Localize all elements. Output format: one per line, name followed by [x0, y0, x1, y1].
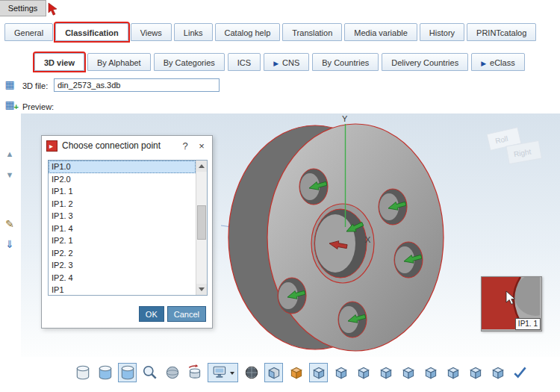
annotation-cursor-icon [48, 2, 59, 16]
tab-eclass[interactable]: ▶eClass [471, 53, 525, 71]
tab-printcatalog[interactable]: PRINTcatalog [467, 23, 536, 41]
list-scrollbar[interactable] [196, 161, 207, 295]
expand-icon: ▶ [273, 60, 279, 67]
list-item[interactable]: IP1. 3 [49, 210, 196, 223]
classification-sub-tab-bar: 3D view By Alphabet By Categories ICS ▶C… [34, 53, 525, 71]
preview-label: Preview: [22, 102, 54, 111]
cylinder-shaded-icon[interactable] [96, 363, 114, 382]
tab-translation[interactable]: Translation [282, 23, 342, 41]
tab-views[interactable]: Views [131, 23, 172, 41]
scroll-down-icon[interactable] [196, 284, 207, 295]
cylinder-solid-icon[interactable] [73, 363, 92, 382]
x-axis-label: X [365, 235, 371, 244]
clip-box-icon[interactable] [264, 363, 283, 382]
tab-by-alphabet[interactable]: By Alphabet [87, 53, 151, 71]
dialog-title: Choose connection point [62, 140, 175, 151]
connection-point-dialog-icon [46, 140, 57, 152]
tab-cns-label: CNS [282, 58, 299, 67]
cube-view-icon-7[interactable] [444, 363, 462, 382]
dialog-title-bar[interactable]: Choose connection point ? × [42, 136, 212, 155]
cancel-button[interactable]: Cancel [167, 306, 206, 322]
cube-view-icon-9[interactable] [488, 363, 507, 382]
list-item[interactable]: IP1. 4 [49, 223, 196, 235]
cube-view-icon-4[interactable] [376, 363, 395, 382]
list-item[interactable]: IP2. 4 [49, 272, 196, 284]
render-mode-dropdown[interactable] [208, 363, 238, 382]
chevron-down-icon [230, 372, 234, 377]
scroll-up-icon[interactable] [196, 161, 207, 172]
tab-history[interactable]: History [420, 23, 464, 41]
cube-view-icon-8[interactable] [466, 363, 485, 382]
zoom-icon[interactable] [140, 363, 159, 382]
tab-ics[interactable]: ICS [228, 53, 261, 71]
mesh-sphere-icon[interactable] [242, 363, 261, 382]
ok-button[interactable]: OK [139, 306, 164, 322]
tab-delivery-countries[interactable]: Delivery Countries [382, 53, 468, 71]
catalog-table-add-icon[interactable] [3, 98, 16, 111]
expand-icon: ▶ [481, 60, 486, 67]
cylinder-active-icon[interactable] [118, 363, 137, 382]
move-down-icon[interactable] [3, 167, 16, 181]
scrollbar-thumb[interactable] [197, 205, 206, 240]
edit-document-icon[interactable] [3, 217, 16, 231]
magnifier-point-label: IP1. 1 [515, 318, 541, 330]
material-box-icon[interactable] [287, 363, 305, 382]
view-cube[interactable]: Roll Right [487, 128, 541, 164]
tab-3d-view[interactable]: 3D view [34, 53, 84, 71]
cube-view-icon-6[interactable] [421, 363, 440, 382]
tab-general[interactable]: General [4, 23, 53, 41]
settings-window-tab[interactable]: Settings [0, 0, 46, 16]
3d-file-input[interactable] [54, 78, 220, 92]
catalog-table-icon[interactable] [3, 78, 16, 91]
cube-view-icon-1[interactable] [309, 363, 328, 382]
list-item[interactable]: IP1. 2 [49, 198, 196, 211]
apply-check-icon[interactable] [511, 363, 529, 382]
y-axis-label: Y [342, 114, 348, 123]
cube-view-icon-2[interactable] [332, 363, 350, 382]
main-tab-bar: General Classification Views Links Catal… [4, 23, 536, 41]
3d-view-toolbar [0, 358, 560, 392]
cube-view-icon-3[interactable] [354, 363, 373, 382]
tab-by-categories[interactable]: By Categories [154, 53, 225, 71]
sphere-icon[interactable] [163, 363, 181, 382]
connection-point-list: IP1.0 IP2.0 IP1. 1 IP1. 2 IP1. 3 IP1. 4 … [48, 160, 208, 296]
list-item[interactable]: IP1 [49, 284, 196, 296]
cube-view-icon-5[interactable] [399, 363, 417, 382]
list-item[interactable]: IP1.0 [49, 161, 196, 173]
list-item[interactable]: IP2.0 [49, 173, 196, 186]
connection-point-magnifier: IP1. 1 [481, 276, 542, 332]
dialog-help-button[interactable]: ? [179, 140, 191, 152]
tab-eclass-label: eClass [490, 58, 515, 67]
cylinder-rotate-icon[interactable] [185, 363, 204, 382]
import-document-icon[interactable] [3, 237, 16, 251]
list-item[interactable]: IP2. 3 [49, 259, 196, 272]
list-item[interactable]: IP2. 1 [49, 234, 196, 247]
list-item[interactable]: IP2. 2 [49, 247, 196, 260]
tab-classification[interactable]: Classification [55, 23, 128, 41]
tab-links[interactable]: Links [174, 23, 213, 41]
dialog-close-button[interactable]: × [196, 140, 208, 152]
move-up-icon[interactable] [3, 146, 16, 160]
3d-file-label: 3D file: [22, 81, 48, 90]
settings-window: Settings General Classification Views Li… [0, 0, 560, 392]
tab-catalog-help[interactable]: Catalog help [215, 23, 281, 41]
tab-cns[interactable]: ▶CNS [264, 53, 309, 71]
tab-by-countries[interactable]: By Countries [312, 53, 379, 71]
flange-model [228, 124, 444, 351]
tab-media-variable[interactable]: Media variable [344, 23, 417, 41]
choose-connection-point-dialog: Choose connection point ? × IP1.0 IP2.0 … [41, 135, 213, 329]
list-item[interactable]: IP1. 1 [49, 185, 196, 198]
